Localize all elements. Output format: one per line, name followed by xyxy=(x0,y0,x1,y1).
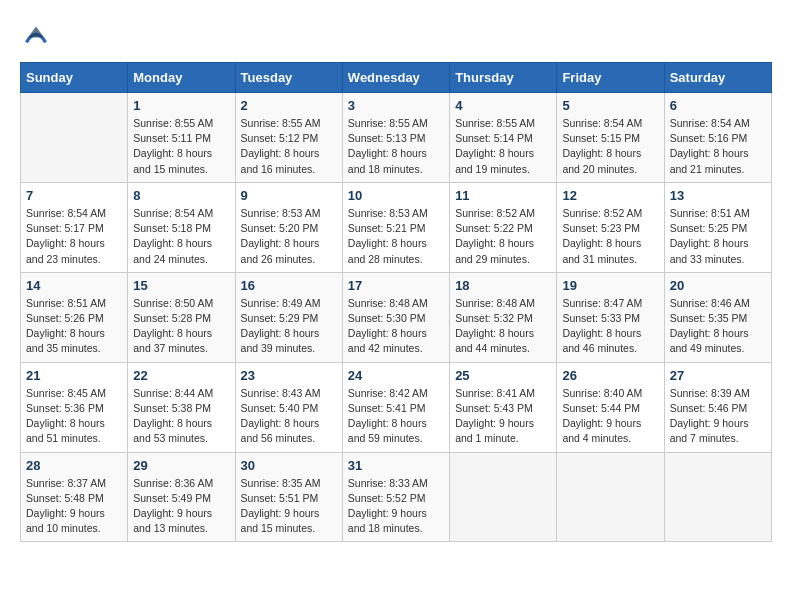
calendar-cell: 1Sunrise: 8:55 AM Sunset: 5:11 PM Daylig… xyxy=(128,93,235,183)
day-info: Sunrise: 8:52 AM Sunset: 5:22 PM Dayligh… xyxy=(455,206,551,267)
calendar-cell: 26Sunrise: 8:40 AM Sunset: 5:44 PM Dayli… xyxy=(557,362,664,452)
calendar-week-row: 28Sunrise: 8:37 AM Sunset: 5:48 PM Dayli… xyxy=(21,452,772,542)
day-info: Sunrise: 8:33 AM Sunset: 5:52 PM Dayligh… xyxy=(348,476,444,537)
day-number: 25 xyxy=(455,368,551,383)
calendar-cell: 13Sunrise: 8:51 AM Sunset: 5:25 PM Dayli… xyxy=(664,182,771,272)
day-info: Sunrise: 8:51 AM Sunset: 5:25 PM Dayligh… xyxy=(670,206,766,267)
day-number: 13 xyxy=(670,188,766,203)
page-header xyxy=(20,20,772,52)
day-number: 8 xyxy=(133,188,229,203)
day-number: 18 xyxy=(455,278,551,293)
day-number: 2 xyxy=(241,98,337,113)
calendar-cell: 30Sunrise: 8:35 AM Sunset: 5:51 PM Dayli… xyxy=(235,452,342,542)
day-info: Sunrise: 8:36 AM Sunset: 5:49 PM Dayligh… xyxy=(133,476,229,537)
day-info: Sunrise: 8:48 AM Sunset: 5:30 PM Dayligh… xyxy=(348,296,444,357)
calendar-cell: 23Sunrise: 8:43 AM Sunset: 5:40 PM Dayli… xyxy=(235,362,342,452)
calendar-cell xyxy=(557,452,664,542)
calendar-week-row: 1Sunrise: 8:55 AM Sunset: 5:11 PM Daylig… xyxy=(21,93,772,183)
column-header-saturday: Saturday xyxy=(664,63,771,93)
day-info: Sunrise: 8:55 AM Sunset: 5:12 PM Dayligh… xyxy=(241,116,337,177)
calendar-header: SundayMondayTuesdayWednesdayThursdayFrid… xyxy=(21,63,772,93)
calendar-cell: 6Sunrise: 8:54 AM Sunset: 5:16 PM Daylig… xyxy=(664,93,771,183)
calendar-cell: 29Sunrise: 8:36 AM Sunset: 5:49 PM Dayli… xyxy=(128,452,235,542)
day-info: Sunrise: 8:54 AM Sunset: 5:17 PM Dayligh… xyxy=(26,206,122,267)
calendar-cell: 17Sunrise: 8:48 AM Sunset: 5:30 PM Dayli… xyxy=(342,272,449,362)
day-number: 21 xyxy=(26,368,122,383)
calendar-cell: 16Sunrise: 8:49 AM Sunset: 5:29 PM Dayli… xyxy=(235,272,342,362)
logo-icon xyxy=(20,20,52,52)
calendar-week-row: 21Sunrise: 8:45 AM Sunset: 5:36 PM Dayli… xyxy=(21,362,772,452)
day-number: 29 xyxy=(133,458,229,473)
calendar-cell xyxy=(664,452,771,542)
calendar-cell: 24Sunrise: 8:42 AM Sunset: 5:41 PM Dayli… xyxy=(342,362,449,452)
day-number: 6 xyxy=(670,98,766,113)
day-info: Sunrise: 8:52 AM Sunset: 5:23 PM Dayligh… xyxy=(562,206,658,267)
day-info: Sunrise: 8:45 AM Sunset: 5:36 PM Dayligh… xyxy=(26,386,122,447)
header-row: SundayMondayTuesdayWednesdayThursdayFrid… xyxy=(21,63,772,93)
column-header-sunday: Sunday xyxy=(21,63,128,93)
day-info: Sunrise: 8:54 AM Sunset: 5:15 PM Dayligh… xyxy=(562,116,658,177)
day-number: 14 xyxy=(26,278,122,293)
logo xyxy=(20,20,56,52)
day-info: Sunrise: 8:51 AM Sunset: 5:26 PM Dayligh… xyxy=(26,296,122,357)
calendar-cell: 2Sunrise: 8:55 AM Sunset: 5:12 PM Daylig… xyxy=(235,93,342,183)
day-number: 9 xyxy=(241,188,337,203)
day-info: Sunrise: 8:55 AM Sunset: 5:14 PM Dayligh… xyxy=(455,116,551,177)
calendar-cell: 18Sunrise: 8:48 AM Sunset: 5:32 PM Dayli… xyxy=(450,272,557,362)
day-number: 17 xyxy=(348,278,444,293)
calendar-cell: 31Sunrise: 8:33 AM Sunset: 5:52 PM Dayli… xyxy=(342,452,449,542)
day-number: 4 xyxy=(455,98,551,113)
calendar-week-row: 14Sunrise: 8:51 AM Sunset: 5:26 PM Dayli… xyxy=(21,272,772,362)
calendar-cell: 5Sunrise: 8:54 AM Sunset: 5:15 PM Daylig… xyxy=(557,93,664,183)
day-info: Sunrise: 8:55 AM Sunset: 5:11 PM Dayligh… xyxy=(133,116,229,177)
calendar-cell: 4Sunrise: 8:55 AM Sunset: 5:14 PM Daylig… xyxy=(450,93,557,183)
day-info: Sunrise: 8:47 AM Sunset: 5:33 PM Dayligh… xyxy=(562,296,658,357)
day-info: Sunrise: 8:44 AM Sunset: 5:38 PM Dayligh… xyxy=(133,386,229,447)
calendar-cell: 19Sunrise: 8:47 AM Sunset: 5:33 PM Dayli… xyxy=(557,272,664,362)
day-info: Sunrise: 8:53 AM Sunset: 5:21 PM Dayligh… xyxy=(348,206,444,267)
calendar-cell: 20Sunrise: 8:46 AM Sunset: 5:35 PM Dayli… xyxy=(664,272,771,362)
column-header-monday: Monday xyxy=(128,63,235,93)
day-info: Sunrise: 8:48 AM Sunset: 5:32 PM Dayligh… xyxy=(455,296,551,357)
day-number: 16 xyxy=(241,278,337,293)
calendar-cell: 14Sunrise: 8:51 AM Sunset: 5:26 PM Dayli… xyxy=(21,272,128,362)
calendar-cell: 9Sunrise: 8:53 AM Sunset: 5:20 PM Daylig… xyxy=(235,182,342,272)
day-info: Sunrise: 8:42 AM Sunset: 5:41 PM Dayligh… xyxy=(348,386,444,447)
day-info: Sunrise: 8:43 AM Sunset: 5:40 PM Dayligh… xyxy=(241,386,337,447)
column-header-friday: Friday xyxy=(557,63,664,93)
calendar-cell: 7Sunrise: 8:54 AM Sunset: 5:17 PM Daylig… xyxy=(21,182,128,272)
day-info: Sunrise: 8:39 AM Sunset: 5:46 PM Dayligh… xyxy=(670,386,766,447)
day-info: Sunrise: 8:55 AM Sunset: 5:13 PM Dayligh… xyxy=(348,116,444,177)
calendar-cell: 28Sunrise: 8:37 AM Sunset: 5:48 PM Dayli… xyxy=(21,452,128,542)
calendar-cell xyxy=(21,93,128,183)
day-info: Sunrise: 8:41 AM Sunset: 5:43 PM Dayligh… xyxy=(455,386,551,447)
day-number: 3 xyxy=(348,98,444,113)
calendar-cell: 22Sunrise: 8:44 AM Sunset: 5:38 PM Dayli… xyxy=(128,362,235,452)
column-header-tuesday: Tuesday xyxy=(235,63,342,93)
day-number: 31 xyxy=(348,458,444,473)
calendar-table: SundayMondayTuesdayWednesdayThursdayFrid… xyxy=(20,62,772,542)
calendar-body: 1Sunrise: 8:55 AM Sunset: 5:11 PM Daylig… xyxy=(21,93,772,542)
day-number: 26 xyxy=(562,368,658,383)
calendar-cell: 11Sunrise: 8:52 AM Sunset: 5:22 PM Dayli… xyxy=(450,182,557,272)
day-number: 22 xyxy=(133,368,229,383)
day-number: 15 xyxy=(133,278,229,293)
day-info: Sunrise: 8:53 AM Sunset: 5:20 PM Dayligh… xyxy=(241,206,337,267)
day-info: Sunrise: 8:50 AM Sunset: 5:28 PM Dayligh… xyxy=(133,296,229,357)
calendar-week-row: 7Sunrise: 8:54 AM Sunset: 5:17 PM Daylig… xyxy=(21,182,772,272)
day-number: 24 xyxy=(348,368,444,383)
day-info: Sunrise: 8:37 AM Sunset: 5:48 PM Dayligh… xyxy=(26,476,122,537)
column-header-thursday: Thursday xyxy=(450,63,557,93)
day-number: 12 xyxy=(562,188,658,203)
calendar-cell: 25Sunrise: 8:41 AM Sunset: 5:43 PM Dayli… xyxy=(450,362,557,452)
calendar-cell: 12Sunrise: 8:52 AM Sunset: 5:23 PM Dayli… xyxy=(557,182,664,272)
day-info: Sunrise: 8:49 AM Sunset: 5:29 PM Dayligh… xyxy=(241,296,337,357)
day-number: 11 xyxy=(455,188,551,203)
day-number: 20 xyxy=(670,278,766,293)
day-info: Sunrise: 8:54 AM Sunset: 5:16 PM Dayligh… xyxy=(670,116,766,177)
day-number: 30 xyxy=(241,458,337,473)
day-number: 7 xyxy=(26,188,122,203)
day-number: 10 xyxy=(348,188,444,203)
day-info: Sunrise: 8:54 AM Sunset: 5:18 PM Dayligh… xyxy=(133,206,229,267)
calendar-cell: 27Sunrise: 8:39 AM Sunset: 5:46 PM Dayli… xyxy=(664,362,771,452)
